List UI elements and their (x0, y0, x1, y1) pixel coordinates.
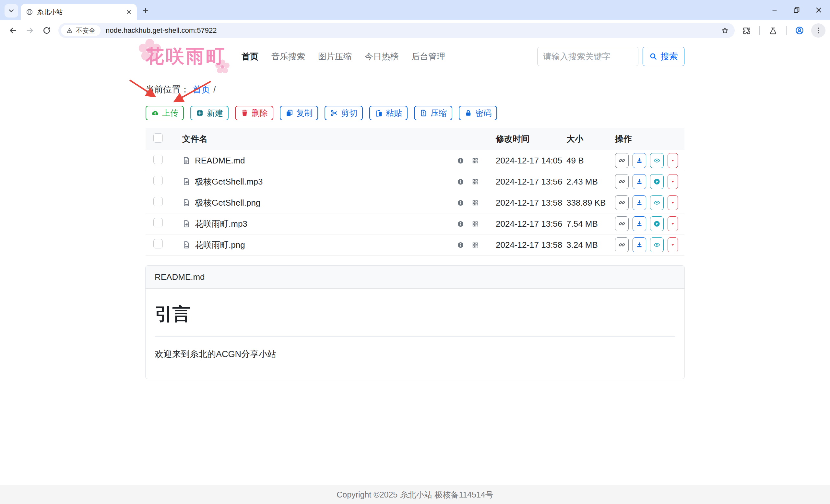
delete-button[interactable]: 删除 (235, 106, 273, 120)
download-icon (636, 199, 643, 206)
compress-button[interactable]: 压缩 (414, 106, 452, 120)
file-info-button[interactable] (457, 220, 464, 228)
search-input[interactable] (537, 47, 638, 66)
qr-code-button[interactable] (471, 199, 479, 207)
password-button[interactable]: 密码 (459, 106, 497, 120)
web-page: 花咲雨町 首页音乐搜索图片压缩今日热榜后台管理 搜索 (0, 41, 830, 504)
heading-divider (155, 336, 675, 337)
preview-button[interactable] (650, 195, 664, 210)
more-actions-button[interactable] (668, 216, 678, 231)
profile-avatar-button[interactable] (791, 23, 808, 38)
breadcrumb: 当前位置： 首页 / (146, 83, 684, 96)
toolbar-divider (786, 26, 787, 35)
row-checkbox[interactable] (153, 155, 163, 164)
row-checkbox[interactable] (153, 197, 163, 206)
address-bar[interactable]: 不安全 node.hackhub.get-shell.com:57922 (58, 23, 735, 38)
reload-button[interactable] (38, 23, 55, 38)
file-name[interactable]: 极核GetShell.mp3 (195, 176, 263, 187)
file-size: 338.89 KB (566, 198, 615, 208)
download-button[interactable] (633, 153, 646, 168)
menu-kebab-button[interactable] (812, 26, 825, 35)
close-icon (125, 9, 132, 15)
delete-button-label: 删除 (252, 108, 268, 118)
play-button[interactable] (650, 174, 664, 189)
file-name[interactable]: 花咲雨町.mp3 (195, 218, 247, 230)
copy-button-label: 复制 (296, 108, 313, 118)
experiments-flask-button[interactable] (765, 23, 781, 38)
readme-preview-panel: README.md 引言 欢迎来到糸北的ACGN分享小站 (145, 265, 685, 379)
row-checkbox[interactable] (153, 176, 163, 185)
nav-item-hot-list[interactable]: 今日热榜 (365, 51, 398, 62)
breadcrumb-home-link[interactable]: 首页 (193, 84, 210, 95)
search-button[interactable]: 搜索 (643, 47, 684, 66)
extensions-button[interactable] (738, 23, 755, 38)
column-header-modified: 修改时间 (496, 133, 566, 145)
site-logo[interactable]: 花咲雨町 (146, 44, 226, 69)
select-all-checkbox[interactable] (153, 133, 163, 143)
download-icon (636, 220, 643, 227)
file-name[interactable]: 极核GetShell.png (195, 197, 260, 209)
window-restore-button[interactable] (793, 6, 800, 13)
browser-tab[interactable]: 糸北小站 (21, 4, 137, 20)
copy-link-button[interactable] (615, 238, 629, 252)
file-info-button[interactable] (457, 241, 464, 249)
preview-button[interactable] (650, 238, 664, 252)
file-info-button[interactable] (457, 199, 464, 207)
table-row: 花咲雨町.mp32024-12-17 13:567.54 MB (146, 213, 684, 234)
more-actions-button[interactable] (668, 153, 678, 168)
download-button[interactable] (633, 174, 646, 189)
more-actions-button[interactable] (668, 238, 678, 252)
tab-close-button[interactable] (125, 8, 133, 16)
window-close-button[interactable] (815, 6, 822, 13)
qr-code-button[interactable] (471, 241, 479, 249)
download-button[interactable] (633, 238, 646, 252)
nav-item-admin[interactable]: 后台管理 (411, 51, 445, 62)
download-button[interactable] (633, 195, 646, 210)
search-icon (649, 52, 658, 61)
url-text[interactable]: node.hackhub.get-shell.com:57922 (106, 26, 719, 35)
eye-icon (653, 199, 661, 206)
play-button[interactable] (650, 216, 664, 231)
column-header-name: 文件名 (182, 133, 457, 145)
paste-button[interactable]: 粘贴 (369, 106, 408, 120)
nav-item-image-compress[interactable]: 图片压缩 (318, 51, 352, 62)
copy-link-button[interactable] (615, 174, 629, 189)
forward-button[interactable] (22, 23, 38, 38)
back-button[interactable] (4, 23, 22, 38)
qr-code-button[interactable] (471, 157, 479, 164)
tab-search-button[interactable] (4, 4, 18, 18)
nav-item-music-search[interactable]: 音乐搜索 (272, 51, 305, 62)
window-minimize-button[interactable] (771, 6, 778, 13)
copy-button[interactable]: 复制 (280, 106, 318, 120)
security-chip[interactable]: 不安全 (61, 25, 100, 36)
more-actions-button[interactable] (668, 174, 678, 189)
row-checkbox[interactable] (153, 218, 163, 227)
new-tab-button[interactable] (139, 4, 152, 18)
qr-code-button[interactable] (471, 220, 479, 228)
file-info-button[interactable] (457, 178, 464, 186)
file-modified-time: 2024-12-17 13:56 (496, 219, 566, 229)
new-button[interactable]: 新建 (190, 106, 229, 120)
copy-link-button[interactable] (615, 195, 629, 210)
file-name[interactable]: 花咲雨町.png (195, 239, 245, 251)
bookmark-star-button[interactable] (719, 24, 731, 37)
info-icon (457, 199, 464, 207)
download-button[interactable] (633, 216, 646, 231)
preview-button[interactable] (650, 153, 664, 168)
qr-code-button[interactable] (471, 178, 479, 186)
copy-link-button[interactable] (615, 216, 629, 231)
link-icon (618, 178, 626, 185)
file-name[interactable]: README.md (195, 156, 245, 166)
file-info-button[interactable] (457, 157, 464, 164)
row-checkbox[interactable] (153, 239, 163, 248)
search-button-label: 搜索 (661, 51, 678, 62)
upload-button[interactable]: 上传 (146, 106, 184, 120)
copy-link-button[interactable] (615, 153, 629, 168)
cut-button[interactable]: 剪切 (324, 106, 363, 120)
nav-item-home[interactable]: 首页 (242, 51, 258, 62)
more-actions-button[interactable] (668, 195, 678, 210)
caret-down-icon (670, 221, 676, 227)
file-size: 7.54 MB (566, 219, 615, 229)
flask-icon (769, 26, 777, 35)
breadcrumb-prefix: 当前位置： (146, 84, 189, 95)
